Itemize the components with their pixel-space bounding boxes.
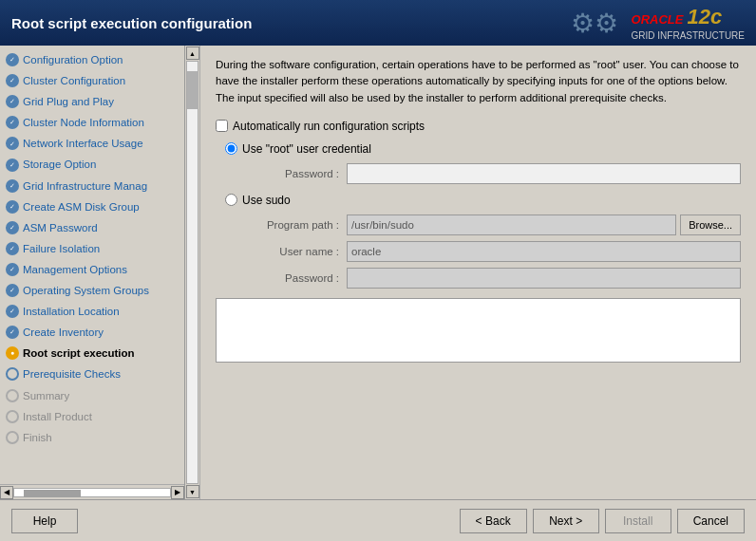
title-bar: Root script execution configuration ⚙⚙ O… bbox=[0, 0, 756, 46]
sidebar-item-cluster-config[interactable]: ✓ Cluster Configuration bbox=[0, 70, 184, 91]
sudo-password-input[interactable] bbox=[347, 268, 741, 289]
sidebar-vscrollbar[interactable]: ▲ ▼ bbox=[185, 46, 200, 499]
install-button[interactable]: Install bbox=[605, 509, 671, 533]
help-button[interactable]: Help bbox=[11, 509, 78, 533]
back-button[interactable]: < Back bbox=[460, 509, 527, 533]
bullet-network: ✓ bbox=[6, 137, 19, 150]
footer-left: Help bbox=[11, 509, 78, 533]
sidebar-label-storage: Storage Option bbox=[23, 157, 96, 172]
sidebar-item-config-option[interactable]: ✓ Configuration Option bbox=[0, 49, 184, 70]
username-input[interactable] bbox=[347, 241, 741, 262]
sudo-password-row: Password : bbox=[252, 268, 741, 289]
sudo-label[interactable]: Use sudo bbox=[242, 194, 291, 207]
sudo-option: Use sudo bbox=[225, 194, 741, 207]
sidebar-item-create-inv[interactable]: ✓ Create Inventory bbox=[0, 322, 184, 343]
bullet-grid-plug: ✓ bbox=[6, 95, 19, 108]
sidebar-list: ✓ Configuration Option ✓ Cluster Configu… bbox=[0, 46, 184, 452]
program-path-row: Program path : Browse... bbox=[252, 215, 741, 235]
sidebar-label-grid-mgmt: Grid Infrastructure Manag bbox=[23, 178, 147, 194]
scroll-left-btn[interactable]: ◀ bbox=[0, 486, 13, 499]
auto-run-checkbox[interactable] bbox=[216, 120, 228, 132]
main-container: ✓ Configuration Option ✓ Cluster Configu… bbox=[0, 46, 756, 499]
bullet-failure: ✓ bbox=[6, 242, 19, 255]
sidebar-item-finish: Finish bbox=[0, 427, 184, 448]
sidebar-label-prereq: Prerequisite Checks bbox=[23, 366, 121, 382]
sidebar-label-asm-disk: Create ASM Disk Group bbox=[23, 199, 140, 215]
radio-group: Use "root" user credential Password : Us… bbox=[225, 142, 741, 289]
auto-run-label[interactable]: Automatically run configuration scripts bbox=[233, 120, 425, 133]
bullet-asm-pwd: ✓ bbox=[6, 221, 19, 234]
sidebar-item-os-groups[interactable]: ✓ Operating System Groups bbox=[0, 280, 184, 301]
bullet-install-loc: ✓ bbox=[6, 305, 19, 318]
root-credential-radio[interactable] bbox=[225, 142, 237, 155]
sidebar-item-prereq[interactable]: Prerequisite Checks bbox=[0, 364, 184, 384]
next-button[interactable]: Next > bbox=[533, 509, 599, 533]
content-panel: During the software configuration, certa… bbox=[200, 46, 756, 499]
sidebar-item-grid-plug[interactable]: ✓ Grid Plug and Play bbox=[0, 91, 184, 112]
footer: Help < Back Next > Install Cancel bbox=[0, 499, 756, 541]
bullet-cluster-config: ✓ bbox=[6, 74, 19, 87]
version-badge: 12c bbox=[687, 5, 722, 29]
footer-right: < Back Next > Install Cancel bbox=[460, 509, 745, 533]
root-password-input[interactable] bbox=[347, 163, 741, 184]
bullet-create-inv: ✓ bbox=[6, 326, 19, 339]
sudo-password-label: Password : bbox=[252, 272, 347, 284]
bullet-asm-disk: ✓ bbox=[6, 200, 19, 214]
sidebar-label-create-inv: Create Inventory bbox=[23, 325, 104, 340]
bullet-mgmt-options: ✓ bbox=[6, 263, 19, 276]
form-section: Automatically run configuration scripts … bbox=[216, 120, 741, 289]
sudo-radio[interactable] bbox=[225, 194, 237, 206]
auto-run-row: Automatically run configuration scripts bbox=[216, 120, 741, 133]
sidebar-item-asm-disk[interactable]: ✓ Create ASM Disk Group bbox=[0, 196, 184, 217]
vscroll-up-btn[interactable]: ▲ bbox=[186, 47, 199, 60]
bullet-config-option: ✓ bbox=[6, 53, 19, 66]
sidebar-label-network: Network Interface Usage bbox=[23, 136, 143, 151]
sidebar-item-asm-pwd[interactable]: ✓ ASM Password bbox=[0, 217, 184, 238]
sidebar: ✓ Configuration Option ✓ Cluster Configu… bbox=[0, 46, 185, 499]
vscroll-track[interactable] bbox=[186, 61, 198, 484]
vscroll-thumb[interactable] bbox=[187, 71, 198, 109]
scroll-track[interactable] bbox=[13, 488, 171, 497]
product-name: GRID INFRASTRUCTURE bbox=[632, 29, 745, 42]
bullet-os-groups: ✓ bbox=[6, 284, 19, 297]
sidebar-item-cluster-node[interactable]: ✓ Cluster Node Information bbox=[0, 112, 184, 133]
sidebar-item-mgmt-options[interactable]: ✓ Management Options bbox=[0, 259, 184, 280]
program-path-input[interactable] bbox=[347, 215, 676, 235]
cancel-button[interactable]: Cancel bbox=[677, 509, 745, 533]
root-credential-label[interactable]: Use "root" user credential bbox=[242, 142, 371, 156]
bullet-finish bbox=[6, 431, 19, 444]
sidebar-item-install-loc[interactable]: ✓ Installation Location bbox=[0, 301, 184, 322]
sidebar-label-os-groups: Operating System Groups bbox=[23, 283, 149, 298]
root-credential-option: Use "root" user credential bbox=[225, 142, 741, 156]
sidebar-label-failure: Failure Isolation bbox=[23, 241, 100, 256]
sidebar-label-mgmt-options: Management Options bbox=[23, 262, 127, 277]
gear-icons: ⚙⚙ bbox=[571, 8, 618, 39]
sidebar-item-failure[interactable]: ✓ Failure Isolation bbox=[0, 238, 184, 259]
bullet-cluster-node: ✓ bbox=[6, 116, 19, 129]
scroll-right-btn[interactable]: ▶ bbox=[171, 486, 184, 499]
username-row: User name : bbox=[252, 241, 741, 262]
root-password-label: Password : bbox=[252, 168, 347, 179]
sidebar-label-cluster-config: Cluster Configuration bbox=[23, 73, 125, 88]
sidebar-item-root-script[interactable]: ● Root script execution bbox=[0, 343, 184, 364]
sidebar-item-storage[interactable]: ✓ Storage Option bbox=[0, 154, 184, 175]
sidebar-hscrollbar[interactable]: ◀ ▶ bbox=[0, 484, 184, 499]
root-password-row: Password : bbox=[252, 163, 741, 184]
bullet-storage: ✓ bbox=[6, 159, 19, 172]
sidebar-label-config-option: Configuration Option bbox=[23, 52, 123, 67]
vscroll-down-btn[interactable]: ▼ bbox=[186, 485, 199, 498]
title-text: Root script execution configuration bbox=[11, 15, 252, 31]
browse-button[interactable]: Browse... bbox=[680, 215, 741, 235]
scroll-thumb[interactable] bbox=[24, 490, 81, 497]
sidebar-scroll-area[interactable]: ✓ Configuration Option ✓ Cluster Configu… bbox=[0, 46, 184, 484]
sidebar-label-install-loc: Installation Location bbox=[23, 304, 120, 319]
bullet-summary bbox=[6, 389, 19, 402]
sidebar-label-finish: Finish bbox=[23, 430, 52, 445]
sidebar-item-grid-mgmt[interactable]: ✓ Grid Infrastructure Manag bbox=[0, 176, 184, 196]
sidebar-label-summary: Summary bbox=[23, 388, 69, 403]
sidebar-item-network[interactable]: ✓ Network Interface Usage bbox=[0, 133, 184, 154]
bullet-root-script: ● bbox=[6, 346, 19, 360]
sidebar-label-grid-plug: Grid Plug and Play bbox=[23, 94, 114, 109]
info-box bbox=[216, 298, 741, 363]
sudo-fields: Program path : Browse... User name : Pas… bbox=[252, 215, 741, 289]
